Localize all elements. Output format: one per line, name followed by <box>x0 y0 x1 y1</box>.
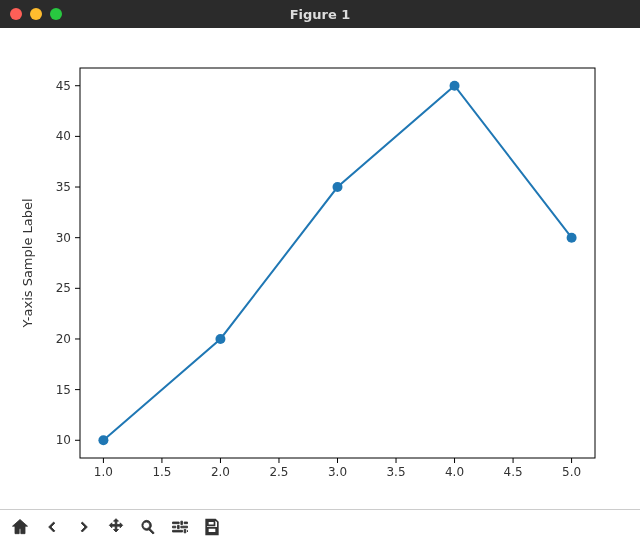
plot-area: 1.01.52.02.53.03.54.04.55.01015202530354… <box>0 28 640 509</box>
svg-text:45: 45 <box>56 79 71 93</box>
svg-text:5.0: 5.0 <box>562 465 581 479</box>
figure-window: Figure 1 1.01.52.02.53.03.54.04.55.01015… <box>0 0 640 544</box>
nav-toolbar <box>0 509 640 544</box>
svg-text:35: 35 <box>56 180 71 194</box>
chart-canvas: 1.01.52.02.53.03.54.04.55.01015202530354… <box>0 28 640 510</box>
svg-text:40: 40 <box>56 129 71 143</box>
configure-button[interactable] <box>164 512 196 542</box>
svg-point-40 <box>567 233 577 243</box>
svg-text:30: 30 <box>56 231 71 245</box>
forward-button[interactable] <box>68 512 100 542</box>
back-button[interactable] <box>36 512 68 542</box>
svg-text:4.0: 4.0 <box>445 465 464 479</box>
home-icon <box>10 517 30 537</box>
zoom-button[interactable] <box>132 512 164 542</box>
svg-point-38 <box>333 182 343 192</box>
window-controls <box>10 8 62 20</box>
svg-text:2.0: 2.0 <box>211 465 230 479</box>
pan-button[interactable] <box>100 512 132 542</box>
svg-rect-0 <box>80 68 595 458</box>
svg-text:Y-axis Sample Label: Y-axis Sample Label <box>20 198 35 328</box>
home-button[interactable] <box>4 512 36 542</box>
svg-text:1.0: 1.0 <box>94 465 113 479</box>
titlebar: Figure 1 <box>0 0 640 28</box>
zoom-icon <box>138 517 158 537</box>
save-button[interactable] <box>196 512 228 542</box>
close-icon[interactable] <box>10 8 22 20</box>
svg-text:3.5: 3.5 <box>386 465 405 479</box>
sliders-icon <box>170 517 190 537</box>
svg-text:25: 25 <box>56 281 71 295</box>
window-title: Figure 1 <box>0 7 640 22</box>
svg-text:2.5: 2.5 <box>269 465 288 479</box>
svg-text:4.5: 4.5 <box>504 465 523 479</box>
minimize-icon[interactable] <box>30 8 42 20</box>
move-icon <box>106 517 126 537</box>
svg-text:10: 10 <box>56 433 71 447</box>
arrow-left-icon <box>42 517 62 537</box>
svg-text:20: 20 <box>56 332 71 346</box>
svg-text:15: 15 <box>56 383 71 397</box>
maximize-icon[interactable] <box>50 8 62 20</box>
svg-text:3.0: 3.0 <box>328 465 347 479</box>
svg-point-39 <box>450 81 460 91</box>
arrow-right-icon <box>74 517 94 537</box>
svg-point-37 <box>215 334 225 344</box>
svg-text:1.5: 1.5 <box>152 465 171 479</box>
save-icon <box>202 517 222 537</box>
svg-point-36 <box>98 435 108 445</box>
